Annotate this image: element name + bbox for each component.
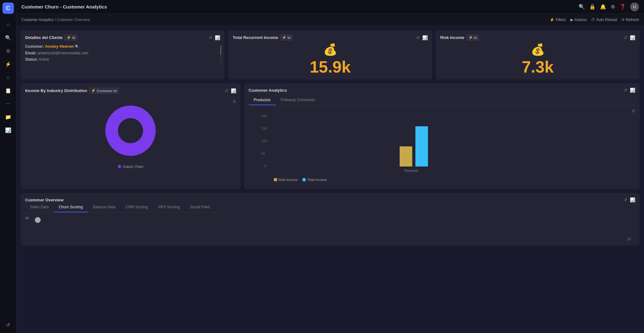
svg-text:10K: 10K — [261, 139, 268, 143]
customer-details-card: Detalles del Cliente ⚡ Id ↺ 📊 Customer: — [21, 30, 225, 79]
risk-income-card: Risk Income ⚡ Id ↺ 📊 💰 7.3k — [436, 30, 640, 79]
iid-title: Income By Industry Distribution — [25, 88, 87, 93]
breadcrumb-parent[interactable]: Customer Analytics — [21, 18, 54, 22]
filter-icon: ⚡ — [282, 35, 286, 40]
actions-icon: ▶ — [570, 18, 573, 22]
svg-text:20K: 20K — [261, 114, 268, 118]
sidebar-item-analytics[interactable]: 📊 — [3, 124, 14, 136]
pie-legend: Supply Chain — [118, 165, 143, 168]
search-icon[interactable]: 🔍 — [579, 4, 585, 10]
app-logo[interactable]: C — [3, 3, 14, 14]
chart-legend: Risk Income Total Income — [261, 178, 629, 182]
svg-text:0: 0 — [264, 164, 266, 168]
supply-chain-label: Supply Chain — [123, 165, 143, 168]
lock-icon[interactable]: 🔒 — [589, 4, 596, 10]
sidebar-item-refresh[interactable]: ↺ — [3, 319, 14, 330]
total-recurrent-income-card: Total Recurrent Income ⚡ Id ↺ 📊 💰 15.9k — [228, 30, 432, 79]
refresh-co-icon[interactable]: ↺ — [624, 197, 627, 202]
refresh-card-icon[interactable]: ↺ — [208, 35, 212, 40]
scroll-indicator — [220, 46, 221, 64]
tab-followup[interactable]: Followup Comments — [276, 95, 320, 105]
pie-chart — [99, 99, 162, 162]
breadcrumb-bar: Customer Analytics / Customer Overview ⚡… — [16, 14, 644, 26]
chart-co-icon[interactable]: 📊 — [630, 197, 635, 202]
tri-value: 15.9k — [233, 59, 428, 75]
sidebar-item-home[interactable]: ⌂ — [3, 19, 14, 30]
co-title: Customer Overview — [25, 198, 64, 202]
sidebar-item-folder[interactable]: 📁 — [3, 111, 14, 123]
filter-icon: ⚡ — [550, 18, 554, 22]
total-income-swatch — [303, 178, 306, 181]
legend-risk-income: Risk Income — [274, 178, 298, 182]
sidebar-item-search[interactable]: 🔍 — [3, 32, 14, 43]
breadcrumb: Customer Analytics / Customer Overview — [21, 18, 90, 22]
customer-info: Customer: Ansley Heeron 🔍 Email: aheeron… — [25, 43, 220, 63]
svg-point-1 — [118, 118, 143, 143]
middle-row: Income By Industry Distribution ⚡ Custom… — [21, 83, 640, 189]
customer-name[interactable]: Ansley Heeron 🔍 — [45, 44, 79, 49]
pie-chart-container: Supply Chain — [25, 96, 236, 170]
tab-nps-scoring[interactable]: NPS Scoring — [153, 202, 185, 212]
iid-filter[interactable]: ⚡ Customer Id — [89, 88, 119, 94]
sidebar-item-flash[interactable]: ⚡ — [3, 58, 14, 70]
user-avatar[interactable]: U — [630, 3, 639, 11]
topbar-icons: 🔍 🔒 🔔 ⚙ ❓ U — [579, 3, 639, 11]
chart-icon[interactable]: 📊 — [215, 35, 220, 40]
chart-ri-icon[interactable]: 📊 — [630, 35, 635, 40]
legend-total-income: Total Income — [303, 178, 327, 182]
filter-icon: ⚡ — [469, 35, 473, 40]
ri-value: 7.3k — [440, 59, 635, 75]
sidebar-item-settings[interactable]: ⚙ — [3, 45, 14, 57]
bell-icon[interactable]: 🔔 — [600, 4, 606, 10]
total-income-legend-label: Total Income — [307, 178, 327, 182]
ri-filter[interactable]: ⚡ Id — [466, 35, 479, 41]
refresh-icon: ↺ — [621, 18, 625, 22]
refresh-button[interactable]: ↺ Refresh — [621, 18, 639, 22]
tab-balance-data[interactable]: Balance Data — [88, 202, 120, 212]
tab-social-feed[interactable]: Social Feed — [185, 202, 215, 212]
svg-text:15K: 15K — [261, 127, 268, 130]
risk-money-icon: 💰 — [440, 43, 635, 56]
data-point-icon: ⬤ — [35, 216, 41, 223]
main-area: Customer Churn - Customer Analytics 🔍 🔒 … — [16, 0, 644, 333]
income-distribution-card: Income By Industry Distribution ⚡ Custom… — [21, 83, 241, 189]
supply-chain-dot — [118, 165, 121, 168]
money-bag-icon: 💰 — [233, 43, 428, 56]
refresh-ca-icon[interactable]: ↺ — [624, 88, 627, 93]
tri-filter[interactable]: ⚡ Id — [280, 35, 293, 41]
filter-icon: ⚡ — [67, 35, 71, 40]
help-icon[interactable]: ❓ — [619, 4, 626, 10]
tab-crm-scoring[interactable]: CRM Scoring — [120, 202, 153, 212]
auto-reload-button[interactable]: ⏱ Auto Reload — [591, 18, 617, 22]
expand-iid-icon[interactable]: ⊞ — [233, 99, 236, 104]
tab-sales-data[interactable]: Sales Data — [25, 202, 54, 212]
tab-churn-scoring[interactable]: Churn Scoring — [54, 202, 88, 212]
customer-analytics-card: Customer Analytics ↺ 📊 Productos Followu… — [244, 83, 640, 189]
refresh-iid-icon[interactable]: ↺ — [225, 88, 228, 93]
chart-ca-icon[interactable]: 📊 — [630, 88, 635, 93]
tab-productos[interactable]: Productos — [249, 95, 276, 105]
app-title: Customer Churn - Customer Analytics — [21, 4, 107, 9]
mini-chart-y-label: 8K — [25, 216, 29, 220]
search-customer-icon[interactable]: 🔍 — [75, 45, 79, 48]
risk-income-legend-label: Risk Income — [279, 178, 298, 182]
settings-icon[interactable]: ⚙ — [611, 4, 615, 10]
customer-details-filter[interactable]: ⚡ Id — [64, 35, 77, 41]
ca-title: Customer Analytics — [249, 88, 287, 93]
refresh-ri-icon[interactable]: ↺ — [624, 35, 627, 40]
sidebar-item-list[interactable]: 📋 — [3, 85, 14, 96]
sidebar-item-share[interactable]: ↔ — [3, 98, 14, 109]
refresh-tri-icon[interactable]: ↺ — [416, 35, 420, 40]
mini-chart-area: 8K ⬤ ⊞ — [25, 216, 635, 241]
risk-income-bar — [400, 146, 412, 166]
breadcrumb-separator: / — [55, 18, 57, 22]
svg-text:Personal: Personal — [404, 169, 418, 172]
actions-button[interactable]: ▶ Actions — [570, 18, 587, 22]
analytics-tabs: Productos Followup Comments — [249, 95, 635, 105]
sidebar-item-dashboard[interactable]: ⌂ — [3, 72, 14, 83]
expand-co-icon[interactable]: ⊞ — [627, 237, 631, 241]
filters-button[interactable]: ⚡ Filters — [550, 18, 566, 22]
chart-iid-icon[interactable]: 📊 — [231, 88, 236, 93]
chart-tri-icon[interactable]: 📊 — [422, 35, 428, 40]
bar-chart-area: 20K 15K 10K 5K 0 — [249, 108, 635, 185]
